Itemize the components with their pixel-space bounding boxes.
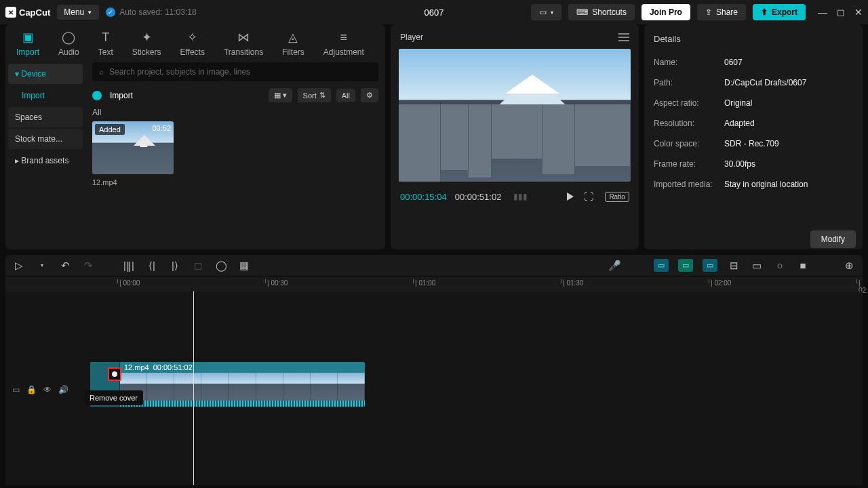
- tab-text[interactable]: TText: [98, 30, 113, 57]
- detail-value: Adapted: [724, 119, 755, 128]
- import-dot-icon: [92, 91, 102, 100]
- zoom-fit-icon[interactable]: ⊕: [842, 259, 856, 272]
- view-grid-button[interactable]: ▦ ▾: [269, 88, 292, 102]
- menu-button[interactable]: Menu ▼: [57, 5, 99, 20]
- tab-label: Filters: [282, 47, 304, 57]
- player-menu-icon[interactable]: [618, 33, 629, 41]
- pointer-tool[interactable]: ▷: [12, 259, 26, 272]
- detail-value: Original: [724, 98, 752, 108]
- timeline-ruler[interactable]: | 00:00| 00:30| 01:00| 01:30| 02:00| 02:…: [5, 277, 863, 291]
- mic-icon[interactable]: 🎤: [608, 259, 621, 272]
- compare-icon[interactable]: ▮▮▮: [513, 192, 528, 201]
- preview-icon[interactable]: ▭: [750, 259, 764, 272]
- sidebar-label: Device: [21, 69, 46, 79]
- magnet-link[interactable]: ▭: [703, 259, 717, 272]
- scale-icon[interactable]: ⛶: [582, 191, 595, 202]
- sidebar-spaces[interactable]: Spaces: [8, 107, 83, 127]
- tab-stickers[interactable]: ✦Stickers: [132, 30, 161, 57]
- tab-filters[interactable]: ◬Filters: [282, 30, 304, 57]
- split-tool[interactable]: |‖|: [122, 259, 136, 272]
- ruler-mark: | 00:00: [119, 279, 140, 287]
- timeline-panel: ▷ ▾ ↶ ↷ |‖| ⟨| |⟩ ◻ ◯ ▦ 🎤 ▭ ▭ ▭ ⊟ ▭ ○ ■ …: [5, 255, 863, 485]
- align-icon[interactable]: ⊟: [727, 259, 741, 272]
- play-button[interactable]: [567, 192, 574, 201]
- playhead[interactable]: [193, 291, 194, 485]
- magnet-auto[interactable]: ▭: [678, 259, 693, 272]
- media-thumb[interactable]: Added 00:52 12.mp4: [92, 121, 174, 186]
- trim-right-tool[interactable]: |⟩: [168, 259, 182, 272]
- audio-icon: ◯: [61, 30, 76, 45]
- detail-key: Frame rate:: [654, 159, 724, 169]
- tab-effects[interactable]: ✧Effects: [180, 30, 204, 57]
- toggle-b[interactable]: ■: [796, 259, 810, 272]
- ruler-mark: | 00:30: [267, 279, 288, 287]
- modify-button[interactable]: Modify: [810, 230, 856, 248]
- clip-waveform: [120, 401, 365, 407]
- marker-tool[interactable]: ◯: [214, 259, 228, 272]
- crop-tool[interactable]: ◻: [191, 259, 205, 272]
- filter-all-button[interactable]: All: [336, 89, 355, 102]
- logo-icon: ✕: [5, 7, 16, 18]
- tab-label: Audio: [58, 47, 79, 57]
- detail-value: 30.00fps: [724, 159, 755, 169]
- export-label: Export: [772, 7, 797, 17]
- redo-button[interactable]: ↷: [81, 259, 95, 272]
- freeze-tool[interactable]: ▦: [237, 259, 251, 272]
- toggle-a[interactable]: ○: [773, 259, 787, 272]
- lock-icon[interactable]: 🔒: [26, 385, 37, 394]
- player-panel: Player 00:00:15:04 00:00:51:02 ▮▮▮ ⛶ Rat…: [391, 24, 639, 249]
- export-button[interactable]: ⬆Export: [753, 4, 806, 20]
- sidebar-import[interactable]: Import: [8, 85, 83, 106]
- minimize-button[interactable]: —: [818, 7, 827, 18]
- tab-transitions[interactable]: ⋈Transitions: [224, 30, 263, 57]
- detail-key: Resolution:: [654, 119, 724, 128]
- remove-cover-button[interactable]: [108, 367, 121, 381]
- undo-button[interactable]: ↶: [58, 259, 72, 272]
- detail-value: SDR - Rec.709: [724, 139, 779, 148]
- detail-row: Frame rate:30.00fps: [654, 154, 853, 174]
- sort-button[interactable]: Sort ⇅: [298, 88, 331, 102]
- tab-adjustment[interactable]: ≡Adjustment: [323, 30, 364, 57]
- added-badge: Added: [95, 124, 125, 135]
- ratio-button[interactable]: Ratio: [605, 192, 629, 202]
- player-viewport[interactable]: [399, 49, 631, 182]
- tab-import[interactable]: ▣Import: [16, 30, 39, 57]
- timeline-tracks[interactable]: ▭ 🔒 👁 🔊 12.mp4 00:00:51:02 Remove cover: [5, 291, 863, 485]
- join-pro-button[interactable]: Join Pro: [642, 4, 690, 20]
- pointer-dropdown[interactable]: ▾: [35, 259, 49, 272]
- trim-left-tool[interactable]: ⟨|: [145, 259, 159, 272]
- shortcuts-button[interactable]: ⌨Shortcuts: [568, 4, 635, 20]
- layout-button[interactable]: ▭▾: [531, 4, 561, 20]
- magnet-main[interactable]: ▭: [654, 259, 669, 272]
- ruler-mark: | 02:00: [711, 279, 731, 287]
- cover-track-icon[interactable]: ▭: [12, 385, 20, 394]
- eye-icon[interactable]: 👁: [43, 385, 52, 394]
- maximize-button[interactable]: ◻: [837, 7, 845, 18]
- tab-label: Adjustment: [323, 47, 364, 57]
- export-icon: ⬆: [761, 7, 768, 17]
- menu-label: Menu: [64, 7, 84, 17]
- tab-audio[interactable]: ◯Audio: [58, 30, 79, 57]
- tab-label: Stickers: [132, 47, 161, 57]
- filters-icon: ◬: [285, 30, 300, 45]
- details-title: Details: [644, 24, 863, 48]
- filter-button[interactable]: ⚙: [361, 88, 378, 102]
- share-button[interactable]: ⇪Share: [697, 4, 746, 20]
- detail-row: Imported media:Stay in original location: [654, 174, 853, 195]
- tab-label: Effects: [180, 47, 204, 57]
- details-panel: Details Name:0607Path:D:/CapCut Drafts/0…: [644, 24, 863, 249]
- current-time: 00:00:15:04: [400, 192, 447, 202]
- detail-key: Color space:: [654, 139, 724, 148]
- sidebar-brand[interactable]: ▸ Brand assets: [8, 150, 83, 171]
- tab-label: Transitions: [224, 47, 263, 57]
- search-input[interactable]: ⌕ Search project, subjects in image, lin…: [92, 62, 378, 81]
- sidebar-device[interactable]: ▾ Device: [8, 64, 83, 84]
- clip-duration: 00:00:51:02: [153, 363, 193, 371]
- duration-badge: 00:52: [152, 124, 171, 132]
- effects-icon: ✧: [185, 30, 200, 45]
- speaker-icon[interactable]: 🔊: [58, 385, 68, 394]
- detail-row: Color space:SDR - Rec.709: [654, 134, 853, 154]
- ruler-mark: | 01:00: [415, 279, 435, 287]
- sidebar-stock[interactable]: Stock mate...: [8, 129, 83, 149]
- close-button[interactable]: ✕: [854, 7, 863, 18]
